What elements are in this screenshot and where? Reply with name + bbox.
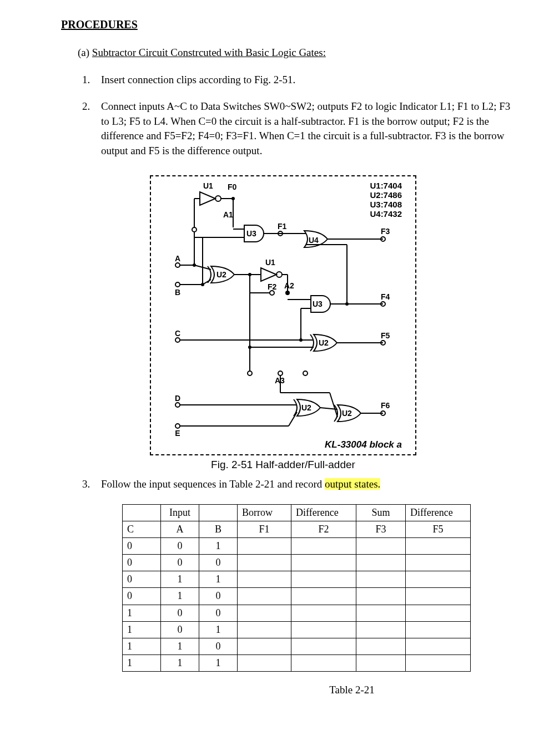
- table-cell-empty: [238, 605, 291, 621]
- table-cell-empty: [356, 605, 406, 621]
- table-cell-empty: [291, 537, 356, 554]
- circuit-svg: .w { stroke:#000; stroke-width:2; fill:n…: [161, 182, 405, 437]
- col-subheader: F3: [356, 521, 406, 537]
- ic-legend-line: U2:7486: [370, 190, 402, 200]
- svg-text:F1: F1: [278, 222, 287, 231]
- table-cell-empty: [406, 571, 471, 588]
- svg-line-84: [330, 393, 338, 417]
- table-cell: 0: [123, 588, 161, 605]
- table-cell-empty: [238, 638, 291, 655]
- col-header: [199, 504, 238, 521]
- table-cell-empty: [406, 605, 471, 621]
- table-cell: 0: [199, 605, 238, 621]
- table-row: 000: [123, 555, 471, 571]
- table-cell: 0: [161, 537, 199, 554]
- table-cell: 1: [199, 571, 238, 588]
- svg-point-74: [303, 371, 308, 376]
- step-3: 3. Follow the input sequences in Table 2…: [82, 477, 532, 492]
- table-2-21: Input Borrow Difference Sum Difference C…: [122, 504, 471, 672]
- step-number: 2.: [82, 99, 101, 158]
- section-letter: (a): [78, 47, 89, 58]
- subsection-a: (a) Subtractor Circuit Constrcuted with …: [78, 45, 532, 60]
- svg-text:F2: F2: [268, 282, 277, 291]
- ic-legend-line: U4:7432: [370, 209, 402, 219]
- table-row: 010: [123, 588, 471, 605]
- table-cell-empty: [238, 571, 291, 588]
- step-body: Insert connection clips according to Fig…: [101, 73, 532, 88]
- table-cell-empty: [291, 655, 356, 672]
- step-body: Connect inputs A~C to Data Switches SW0~…: [101, 99, 532, 158]
- table-cell-empty: [406, 537, 471, 554]
- table-cell-empty: [291, 605, 356, 621]
- svg-text:F3: F3: [381, 227, 390, 236]
- table-cell: 1: [199, 655, 238, 672]
- svg-text:U2: U2: [301, 403, 311, 412]
- svg-text:F0: F0: [228, 182, 237, 191]
- svg-point-13: [192, 227, 197, 232]
- svg-point-35: [193, 263, 196, 267]
- table-cell: 1: [161, 588, 199, 605]
- circuit-diagram-box: U1:7404 U2:7486 U3:7408 U4:7432 .w { str…: [150, 175, 416, 456]
- ic-legend-line: U1:7404: [370, 181, 402, 190]
- table-subheader-row: C A B F1 F2 F3 F5: [123, 521, 471, 537]
- col-subheader: B: [199, 521, 238, 537]
- figure-caption: Fig. 2-51 Half-adder/Full-adder: [150, 458, 416, 473]
- col-subheader: A: [161, 521, 199, 537]
- ic-legend-line: U3:7408: [370, 200, 402, 209]
- table-cell-empty: [291, 588, 356, 605]
- col-subheader: C: [123, 521, 161, 537]
- svg-point-44: [248, 273, 251, 276]
- col-subheader: F1: [238, 521, 291, 537]
- table-cell-empty: [291, 621, 356, 638]
- table-cell-empty: [356, 555, 406, 571]
- table-cell-empty: [291, 571, 356, 588]
- table-cell-empty: [238, 555, 291, 571]
- svg-text:B: B: [175, 288, 180, 297]
- table-cell: 1: [123, 605, 161, 621]
- table-cell-empty: [238, 621, 291, 638]
- svg-text:U3: U3: [313, 300, 323, 308]
- table-cell: 1: [161, 571, 199, 588]
- svg-text:F4: F4: [381, 292, 390, 301]
- col-header: Borrow: [238, 504, 291, 521]
- svg-text:U1: U1: [265, 258, 275, 267]
- step-number: 1.: [82, 73, 101, 88]
- col-subheader: F5: [406, 521, 471, 537]
- svg-point-20: [231, 197, 235, 200]
- step-body: Follow the input sequences in Table 2-21…: [101, 477, 532, 492]
- table-row: 100: [123, 605, 471, 621]
- table-cell-empty: [291, 638, 356, 655]
- figure-2-51: U1:7404 U2:7486 U3:7408 U4:7432 .w { str…: [150, 175, 416, 473]
- table-cell-empty: [356, 638, 406, 655]
- table-cell-empty: [356, 621, 406, 638]
- step-2: 2. Connect inputs A~C to Data Switches S…: [82, 99, 532, 158]
- svg-text:E: E: [175, 429, 180, 437]
- table-body: 001000011010100101110111: [123, 537, 471, 672]
- svg-point-4: [175, 338, 180, 342]
- col-header: Difference: [406, 504, 471, 521]
- svg-text:U2: U2: [342, 409, 352, 418]
- svg-text:A1: A1: [223, 210, 233, 219]
- table-cell-empty: [238, 655, 291, 672]
- step-number: 3.: [82, 477, 101, 492]
- table-cell: 0: [199, 588, 238, 605]
- table-caption: Table 2-21: [172, 683, 532, 698]
- table-cell: 1: [161, 655, 199, 672]
- table-cell: 0: [161, 605, 199, 621]
- section-heading: PROCEDURES: [61, 17, 532, 32]
- table-row: 011: [123, 571, 471, 588]
- svg-text:U3: U3: [246, 229, 256, 238]
- highlighted-text: output states.: [325, 478, 380, 490]
- svg-point-8: [175, 424, 180, 428]
- table-cell: 1: [123, 621, 161, 638]
- svg-point-73: [278, 371, 283, 376]
- table-cell-empty: [238, 588, 291, 605]
- block-label: KL-33004 block a: [161, 438, 402, 451]
- table-cell: 1: [123, 655, 161, 672]
- table-cell-empty: [406, 638, 471, 655]
- table-cell: 0: [123, 571, 161, 588]
- table-cell-empty: [406, 588, 471, 605]
- ic-legend: U1:7404 U2:7486 U3:7408 U4:7432: [370, 181, 402, 219]
- step-text: Follow the input sequences in Table 2-21…: [101, 478, 325, 490]
- svg-text:F6: F6: [381, 401, 390, 410]
